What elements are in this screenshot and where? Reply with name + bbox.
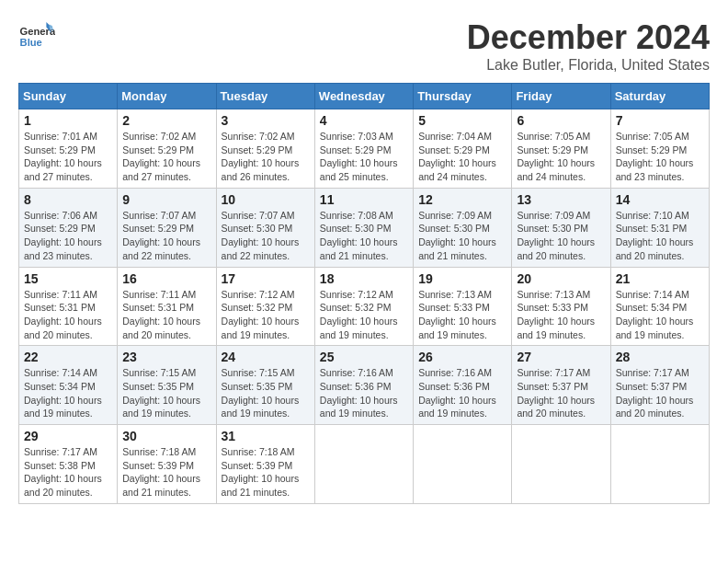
calendar-day-7: 7Sunrise: 7:05 AM Sunset: 5:29 PM Daylig… [610,109,709,189]
day-info: Sunrise: 7:06 AM Sunset: 5:29 PM Dayligh… [24,209,112,263]
calendar-day-10: 10Sunrise: 7:07 AM Sunset: 5:30 PM Dayli… [216,188,314,267]
calendar-header: SundayMondayTuesdayWednesdayThursdayFrid… [19,84,710,109]
day-info: Sunrise: 7:09 AM Sunset: 5:30 PM Dayligh… [418,209,506,263]
calendar-day-22: 22Sunrise: 7:14 AM Sunset: 5:34 PM Dayli… [19,346,118,425]
day-info: Sunrise: 7:04 AM Sunset: 5:29 PM Dayligh… [418,130,506,184]
calendar-day-24: 24Sunrise: 7:15 AM Sunset: 5:35 PM Dayli… [216,346,314,425]
day-info: Sunrise: 7:14 AM Sunset: 5:34 PM Dayligh… [616,288,704,342]
day-number: 23 [122,350,210,364]
calendar-week-2: 8Sunrise: 7:06 AM Sunset: 5:29 PM Daylig… [19,188,710,267]
day-number: 22 [24,350,112,364]
calendar-day-19: 19Sunrise: 7:13 AM Sunset: 5:33 PM Dayli… [414,267,512,346]
calendar-body: 1Sunrise: 7:01 AM Sunset: 5:29 PM Daylig… [19,109,710,504]
day-info: Sunrise: 7:12 AM Sunset: 5:32 PM Dayligh… [320,288,408,342]
day-info: Sunrise: 7:18 AM Sunset: 5:39 PM Dayligh… [222,445,310,500]
calendar-day-26: 26Sunrise: 7:16 AM Sunset: 5:36 PM Dayli… [414,346,512,425]
day-info: Sunrise: 7:17 AM Sunset: 5:37 PM Dayligh… [517,366,605,420]
day-info: Sunrise: 7:17 AM Sunset: 5:38 PM Dayligh… [24,445,112,500]
day-number: 31 [222,429,310,443]
day-number: 6 [517,113,605,128]
calendar-day-23: 23Sunrise: 7:15 AM Sunset: 5:35 PM Dayli… [118,346,216,425]
empty-cell [414,425,512,504]
calendar-day-27: 27Sunrise: 7:17 AM Sunset: 5:37 PM Dayli… [512,346,610,425]
calendar-day-20: 20Sunrise: 7:13 AM Sunset: 5:33 PM Dayli… [512,267,610,346]
day-number: 13 [517,192,605,207]
day-info: Sunrise: 7:11 AM Sunset: 5:31 PM Dayligh… [122,288,210,342]
day-info: Sunrise: 7:08 AM Sunset: 5:30 PM Dayligh… [320,209,408,263]
svg-text:Blue: Blue [20,37,42,48]
day-header-tuesday: Tuesday [216,84,314,109]
day-number: 19 [418,271,506,286]
day-header-sunday: Sunday [19,84,118,109]
day-number: 1 [24,113,112,128]
main-title: December 2024 [467,18,710,57]
logo: General Blue [18,18,55,55]
day-info: Sunrise: 7:17 AM Sunset: 5:37 PM Dayligh… [616,366,704,420]
calendar-day-25: 25Sunrise: 7:16 AM Sunset: 5:36 PM Dayli… [314,346,413,425]
day-info: Sunrise: 7:03 AM Sunset: 5:29 PM Dayligh… [320,130,408,184]
days-of-week-row: SundayMondayTuesdayWednesdayThursdayFrid… [19,84,710,109]
day-header-saturday: Saturday [610,84,709,109]
day-info: Sunrise: 7:15 AM Sunset: 5:35 PM Dayligh… [222,366,310,420]
day-number: 4 [320,113,408,128]
day-number: 3 [222,113,310,128]
day-info: Sunrise: 7:05 AM Sunset: 5:29 PM Dayligh… [517,130,605,184]
day-info: Sunrise: 7:01 AM Sunset: 5:29 PM Dayligh… [24,130,112,184]
day-info: Sunrise: 7:10 AM Sunset: 5:31 PM Dayligh… [616,209,704,263]
calendar-day-18: 18Sunrise: 7:12 AM Sunset: 5:32 PM Dayli… [314,267,413,346]
day-number: 21 [616,271,704,286]
day-info: Sunrise: 7:12 AM Sunset: 5:32 PM Dayligh… [222,288,310,342]
calendar-day-15: 15Sunrise: 7:11 AM Sunset: 5:31 PM Dayli… [19,267,118,346]
day-info: Sunrise: 7:14 AM Sunset: 5:34 PM Dayligh… [24,366,112,420]
calendar-day-2: 2Sunrise: 7:02 AM Sunset: 5:29 PM Daylig… [118,109,216,189]
calendar-day-14: 14Sunrise: 7:10 AM Sunset: 5:31 PM Dayli… [610,188,709,267]
day-info: Sunrise: 7:15 AM Sunset: 5:35 PM Dayligh… [122,366,210,420]
logo-icon: General Blue [18,18,55,55]
day-info: Sunrise: 7:18 AM Sunset: 5:39 PM Dayligh… [122,445,210,500]
day-number: 15 [24,271,112,286]
day-number: 11 [320,192,408,207]
day-header-wednesday: Wednesday [314,84,413,109]
calendar-day-29: 29Sunrise: 7:17 AM Sunset: 5:38 PM Dayli… [19,425,118,504]
day-number: 8 [24,192,112,207]
day-number: 20 [517,271,605,286]
calendar-day-1: 1Sunrise: 7:01 AM Sunset: 5:29 PM Daylig… [19,109,118,189]
calendar-day-8: 8Sunrise: 7:06 AM Sunset: 5:29 PM Daylig… [19,188,118,267]
empty-cell [610,425,709,504]
calendar-week-5: 29Sunrise: 7:17 AM Sunset: 5:38 PM Dayli… [19,425,710,504]
calendar-day-9: 9Sunrise: 7:07 AM Sunset: 5:29 PM Daylig… [118,188,216,267]
calendar-week-4: 22Sunrise: 7:14 AM Sunset: 5:34 PM Dayli… [19,346,710,425]
day-info: Sunrise: 7:05 AM Sunset: 5:29 PM Dayligh… [616,130,704,184]
day-number: 30 [122,429,210,443]
day-number: 27 [517,350,605,364]
calendar-week-3: 15Sunrise: 7:11 AM Sunset: 5:31 PM Dayli… [19,267,710,346]
day-header-monday: Monday [118,84,216,109]
day-number: 5 [418,113,506,128]
calendar-day-13: 13Sunrise: 7:09 AM Sunset: 5:30 PM Dayli… [512,188,610,267]
calendar-day-31: 31Sunrise: 7:18 AM Sunset: 5:39 PM Dayli… [216,425,314,504]
title-area: December 2024 Lake Butler, Florida, Unit… [467,18,710,74]
calendar-day-30: 30Sunrise: 7:18 AM Sunset: 5:39 PM Dayli… [118,425,216,504]
day-number: 29 [24,429,112,443]
day-info: Sunrise: 7:07 AM Sunset: 5:30 PM Dayligh… [222,209,310,263]
day-number: 26 [418,350,506,364]
day-number: 12 [418,192,506,207]
day-number: 28 [616,350,704,364]
calendar-day-17: 17Sunrise: 7:12 AM Sunset: 5:32 PM Dayli… [216,267,314,346]
day-number: 25 [320,350,408,364]
calendar-day-5: 5Sunrise: 7:04 AM Sunset: 5:29 PM Daylig… [414,109,512,189]
calendar-week-1: 1Sunrise: 7:01 AM Sunset: 5:29 PM Daylig… [19,109,710,189]
calendar-day-12: 12Sunrise: 7:09 AM Sunset: 5:30 PM Dayli… [414,188,512,267]
header: General Blue December 2024 Lake Butler, … [18,18,710,74]
day-info: Sunrise: 7:09 AM Sunset: 5:30 PM Dayligh… [517,209,605,263]
day-info: Sunrise: 7:02 AM Sunset: 5:29 PM Dayligh… [222,130,310,184]
day-number: 17 [222,271,310,286]
day-number: 24 [222,350,310,364]
day-header-friday: Friday [512,84,610,109]
day-header-thursday: Thursday [414,84,512,109]
day-info: Sunrise: 7:16 AM Sunset: 5:36 PM Dayligh… [418,366,506,420]
empty-cell [314,425,413,504]
day-info: Sunrise: 7:11 AM Sunset: 5:31 PM Dayligh… [24,288,112,342]
day-info: Sunrise: 7:16 AM Sunset: 5:36 PM Dayligh… [320,366,408,420]
calendar-day-11: 11Sunrise: 7:08 AM Sunset: 5:30 PM Dayli… [314,188,413,267]
